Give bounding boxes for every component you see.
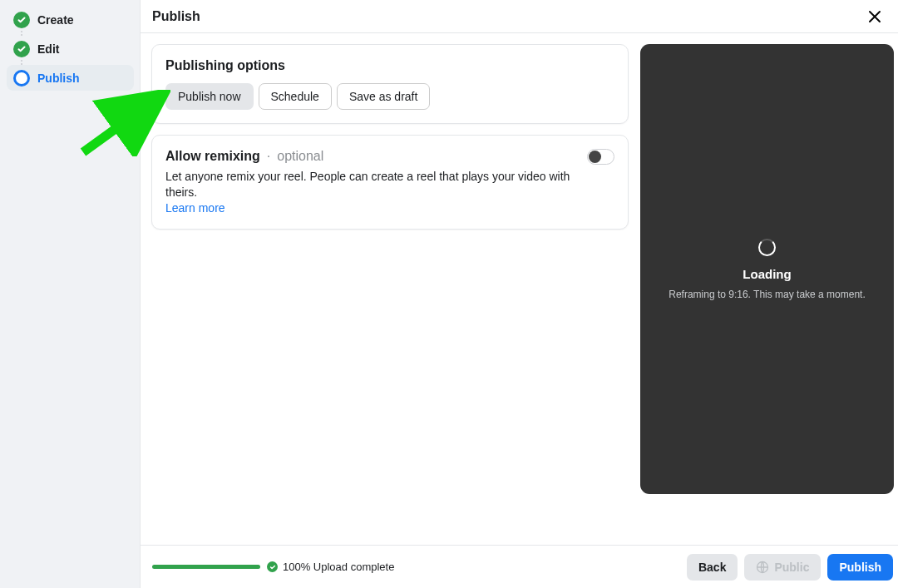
optional-label: optional <box>277 149 323 164</box>
option-group: Publish now Schedule Save as draft <box>165 83 614 110</box>
video-preview: Loading Reframing to 9:16. This may take… <box>640 44 894 494</box>
back-button[interactable]: Back <box>687 554 738 581</box>
step-create[interactable]: Create <box>7 7 134 32</box>
check-icon <box>13 41 30 57</box>
spinner-icon <box>758 239 776 256</box>
step-connector <box>21 62 134 65</box>
option-publish-now[interactable]: Publish now <box>165 83 254 110</box>
sidebar: Create Edit Publish <box>0 0 141 588</box>
remix-title-row: Allow remixing · optional <box>165 149 587 164</box>
dot-separator: · <box>267 149 270 164</box>
footer: 100% Upload complete Back Public Publish <box>141 545 898 588</box>
radio-active-icon <box>13 70 30 86</box>
upload-status: 100% Upload complete <box>267 561 394 573</box>
step-connector <box>21 32 134 36</box>
remix-description: Let anyone remix your reel. People can c… <box>165 169 587 200</box>
remix-toggle[interactable] <box>587 149 614 165</box>
card-title: Publishing options <box>165 58 614 73</box>
check-icon <box>267 561 278 572</box>
learn-more-link[interactable]: Learn more <box>165 201 225 215</box>
step-label: Publish <box>37 72 80 85</box>
option-save-draft[interactable]: Save as draft <box>337 83 431 110</box>
content-area: Publishing options Publish now Schedule … <box>141 33 898 545</box>
loading-label: Loading <box>743 267 791 281</box>
upload-status-label: 100% Upload complete <box>283 561 394 573</box>
toggle-knob <box>589 151 601 163</box>
step-label: Create <box>37 13 74 27</box>
privacy-label: Public <box>774 561 809 574</box>
remix-title: Allow remixing <box>165 149 260 164</box>
upload-progress-bar <box>152 565 260 569</box>
publishing-options-card: Publishing options Publish now Schedule … <box>151 44 629 124</box>
loading-subtext: Reframing to 9:16. This may take a momen… <box>669 289 866 300</box>
allow-remix-card: Allow remixing · optional Let anyone rem… <box>151 135 629 230</box>
publish-button[interactable]: Publish <box>827 554 893 581</box>
page-title: Publish <box>152 9 200 24</box>
privacy-button[interactable]: Public <box>744 554 821 581</box>
close-icon <box>866 8 883 25</box>
check-icon <box>13 12 30 28</box>
globe-icon <box>756 561 769 574</box>
header: Publish <box>141 0 898 33</box>
step-publish[interactable]: Publish <box>7 65 134 91</box>
option-schedule[interactable]: Schedule <box>259 83 332 110</box>
close-button[interactable] <box>863 5 886 28</box>
step-label: Edit <box>37 42 59 56</box>
step-edit[interactable]: Edit <box>7 36 134 62</box>
main: Publish Publishing options Publish now S… <box>141 0 898 588</box>
